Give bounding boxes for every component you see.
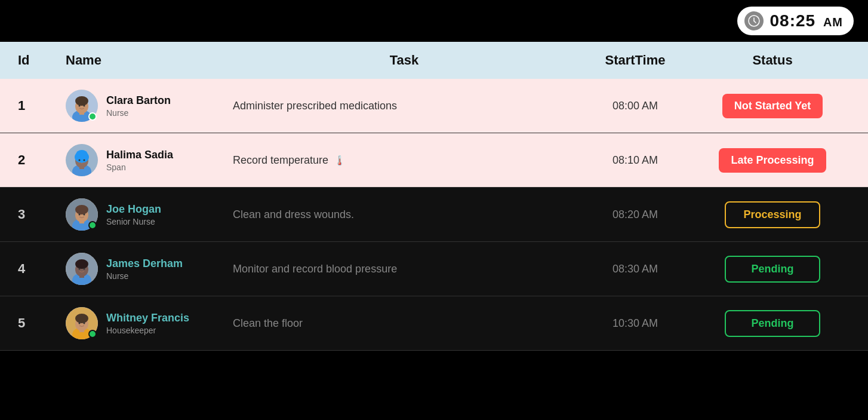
header-status: Status: [695, 53, 850, 68]
task-cell: Administer prescribed medications: [233, 100, 575, 112]
name-cell: Halima Sadia Span: [66, 144, 233, 176]
time-cell: 08:10 AM: [575, 154, 695, 167]
row-id: 4: [18, 261, 66, 277]
table-row: 5 Whitney Francis Housekeeper Clean the …: [0, 296, 868, 351]
clock-time: 08:25 AM: [769, 11, 843, 30]
person-role: Senior Nurse: [106, 217, 161, 226]
row-id: 3: [18, 207, 66, 222]
svg-point-37: [79, 323, 81, 324]
row-id: 5: [18, 315, 66, 331]
svg-point-17: [84, 160, 85, 161]
svg-point-36: [75, 314, 88, 323]
status-badge: Pending: [725, 256, 820, 283]
online-dot: [88, 112, 97, 121]
table-row: 1 Clara Barton Nurse Administer prescrib…: [0, 79, 868, 133]
person-name: Whitney Francis: [106, 312, 189, 324]
name-cell: Clara Barton Nurse: [66, 90, 233, 122]
avatar: [66, 198, 98, 231]
svg-point-30: [79, 268, 81, 270]
svg-point-16: [79, 160, 81, 161]
svg-point-15: [76, 150, 88, 160]
name-info: James Derham Nurse: [106, 257, 183, 281]
table-row: 3 Joe Hogan Senior Nurse Clean and dress…: [0, 188, 868, 242]
avatar: [66, 253, 98, 285]
name-cell: Joe Hogan Senior Nurse: [66, 198, 233, 231]
name-cell: Whitney Francis Housekeeper: [66, 307, 233, 339]
table-row: 2 Halima Sadia Span Record temperature 🌡…: [0, 133, 868, 188]
task-cell: Clean and dress wounds.: [233, 209, 575, 221]
header-id: Id: [18, 53, 66, 68]
svg-point-29: [75, 259, 88, 269]
task-cell: Record temperature 🌡️: [233, 154, 575, 167]
person-role: Nurse: [106, 108, 171, 118]
person-name: Clara Barton: [106, 94, 171, 107]
person-role: Housekeeper: [106, 326, 189, 335]
task-cell: Monitor and record blood pressure: [233, 263, 575, 275]
time-cell: 10:30 AM: [575, 317, 695, 330]
person-name: James Derham: [106, 257, 183, 270]
header-name: Name: [66, 53, 233, 68]
task-cell: Clean the floor: [233, 317, 575, 330]
svg-point-8: [79, 105, 81, 107]
time-cell: 08:20 AM: [575, 209, 695, 221]
table-header: Id Name Task StartTime Status: [0, 42, 868, 79]
avatar: [66, 307, 98, 339]
svg-point-9: [84, 105, 85, 107]
time-cell: 08:00 AM: [575, 100, 695, 112]
status-cell: Processing: [695, 201, 850, 228]
clock-icon: [744, 11, 764, 30]
person-role: Nurse: [106, 271, 183, 281]
svg-point-24: [84, 214, 85, 216]
header-task: Task: [233, 53, 575, 68]
row-id: 1: [18, 98, 66, 114]
online-dot: [88, 330, 97, 338]
table-row: 4 James Derham Nurse Monitor and record …: [0, 242, 868, 296]
status-badge: Not Started Yet: [722, 94, 823, 118]
clock-widget: 08:25 AM: [737, 7, 854, 35]
time-cell: 08:30 AM: [575, 263, 695, 275]
person-role: Span: [106, 163, 173, 172]
table-body: 1 Clara Barton Nurse Administer prescrib…: [0, 79, 868, 351]
name-info: Whitney Francis Housekeeper: [106, 312, 189, 335]
person-name: Halima Sadia: [106, 149, 173, 161]
status-cell: Pending: [695, 310, 850, 337]
status-badge: Pending: [725, 310, 820, 337]
task-table: Id Name Task StartTime Status 1 Clara Ba…: [0, 42, 868, 351]
avatar: [66, 90, 98, 122]
svg-point-22: [75, 205, 88, 214]
name-info: Joe Hogan Senior Nurse: [106, 203, 161, 226]
svg-point-31: [84, 268, 85, 270]
online-dot: [88, 221, 97, 229]
clock-time-value: 08:25: [769, 11, 815, 30]
header-starttime: StartTime: [575, 53, 695, 68]
clock-period: AM: [823, 16, 843, 29]
svg-point-23: [79, 214, 81, 216]
svg-point-38: [84, 323, 85, 324]
name-cell: James Derham Nurse: [66, 253, 233, 285]
svg-point-7: [75, 96, 88, 106]
name-info: Clara Barton Nurse: [106, 94, 171, 118]
status-cell: Pending: [695, 256, 850, 283]
status-cell: Not Started Yet: [695, 94, 850, 118]
status-badge: Late Processing: [719, 148, 826, 173]
person-name: Joe Hogan: [106, 203, 161, 216]
status-cell: Late Processing: [695, 148, 850, 173]
avatar: [66, 144, 98, 176]
svg-line-2: [754, 21, 756, 23]
top-bar: 08:25 AM: [0, 0, 868, 42]
name-info: Halima Sadia Span: [106, 149, 173, 172]
status-badge: Processing: [725, 201, 820, 228]
row-id: 2: [18, 152, 66, 168]
